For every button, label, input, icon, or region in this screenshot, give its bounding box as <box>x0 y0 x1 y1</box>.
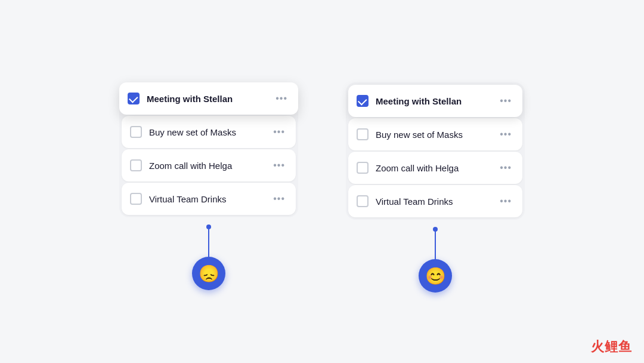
task-label-zoom-right: Zoom call with Helga <box>376 163 490 173</box>
emoji-container-right: 😊 <box>346 229 525 293</box>
task-item-meeting-right: Meeting with Stellan ••• <box>348 85 522 117</box>
checkbox-drinks-left[interactable] <box>130 193 142 205</box>
dots-meeting-right[interactable]: ••• <box>497 94 514 107</box>
checkbox-masks-right[interactable] <box>357 128 369 140</box>
task-list-right: Meeting with Stellan ••• Buy new set of … <box>346 82 525 220</box>
panel-left: Meeting with Stellan ••• Buy new set of … <box>119 82 298 290</box>
dots-zoom-right[interactable]: ••• <box>497 161 514 174</box>
dots-meeting-left[interactable]: ••• <box>273 92 290 105</box>
task-item-meeting-left: Meeting with Stellan ••• <box>119 82 298 115</box>
emoji-circle-left[interactable]: 😞 <box>192 257 225 290</box>
happy-icon: 😊 <box>425 266 446 286</box>
emoji-circle-right[interactable]: 😊 <box>419 259 452 293</box>
emoji-line-right <box>435 229 436 259</box>
task-label-meeting-left: Meeting with Stellan <box>147 94 266 104</box>
dots-masks-left[interactable]: ••• <box>271 125 287 139</box>
checkbox-masks-left[interactable] <box>130 126 142 138</box>
task-label-zoom-left: Zoom call with Helga <box>149 161 264 171</box>
emoji-line-left <box>208 227 209 257</box>
dots-zoom-left[interactable]: ••• <box>271 159 287 172</box>
checkbox-zoom-right[interactable] <box>357 162 369 174</box>
task-item-drinks-left: Virtual Team Drinks ••• <box>122 183 296 215</box>
task-item-zoom-right: Zoom call with Helga ••• <box>348 152 522 184</box>
dots-drinks-right[interactable]: ••• <box>497 195 514 208</box>
panel-right: Meeting with Stellan ••• Buy new set of … <box>346 82 525 293</box>
task-label-meeting-right: Meeting with Stellan <box>376 96 490 106</box>
checkbox-meeting-right[interactable] <box>357 95 369 107</box>
task-item-drinks-right: Virtual Team Drinks ••• <box>348 185 522 217</box>
emoji-container-left: 😞 <box>119 227 298 290</box>
task-item-masks-left: Buy new set of Masks ••• <box>122 116 296 148</box>
task-list-left: Meeting with Stellan ••• Buy new set of … <box>119 82 298 217</box>
checkbox-meeting-left[interactable] <box>128 93 140 104</box>
checkbox-zoom-left[interactable] <box>130 159 142 171</box>
checkbox-drinks-right[interactable] <box>357 195 369 207</box>
dots-masks-right[interactable]: ••• <box>497 128 514 141</box>
task-item-masks-right: Buy new set of Masks ••• <box>348 118 522 150</box>
dots-drinks-left[interactable]: ••• <box>271 192 287 205</box>
task-item-zoom-left: Zoom call with Helga ••• <box>122 149 296 182</box>
task-label-drinks-left: Virtual Team Drinks <box>149 194 264 204</box>
task-label-masks-right: Buy new set of Masks <box>376 130 490 140</box>
watermark: 火鲤鱼 <box>591 338 632 356</box>
task-label-drinks-right: Virtual Team Drinks <box>376 196 490 207</box>
main-container: Meeting with Stellan ••• Buy new set of … <box>119 70 525 293</box>
task-label-masks-left: Buy new set of Masks <box>149 127 264 137</box>
sad-icon: 😞 <box>199 264 219 284</box>
